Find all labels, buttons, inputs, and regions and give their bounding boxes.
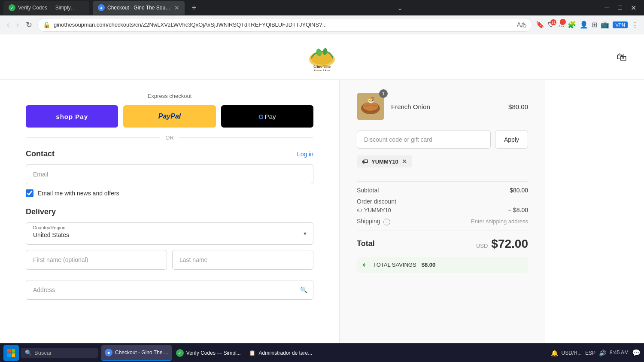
first-name-field[interactable] [26, 250, 167, 270]
newsletter-label: Email me with news and offers [38, 190, 119, 197]
contact-title: Contact [26, 149, 55, 158]
apply-discount-button[interactable]: Apply [495, 131, 528, 149]
order-discount-label: Order discount [357, 198, 396, 205]
country-select-wrapper: Country/Region United States [26, 222, 313, 245]
taskbar-item-admin[interactable]: 📋 Administrador de tare... [245, 345, 316, 361]
taskbar-chat-icon[interactable]: 💬 [632, 349, 641, 357]
taskbar-search[interactable]: 🔍 Buscar [21, 348, 98, 358]
svg-text:Soup Man: Soup Man [314, 69, 330, 71]
discount-input[interactable] [357, 131, 491, 149]
discount-row: Apply [357, 131, 528, 149]
gpay-label: G Pay [258, 113, 276, 120]
savings-icon: 🏷 [363, 261, 370, 269]
window-controls: ─ □ ✕ [600, 2, 641, 14]
profile-icon[interactable]: 👤 [580, 21, 588, 29]
svg-rect-14 [12, 353, 15, 357]
store-logo: Gino The Soup Man [303, 43, 341, 71]
taskbar-currency: USD/R... [562, 350, 582, 356]
badge-1: 11 [550, 19, 556, 25]
translate-icon[interactable]: Aあ [517, 21, 527, 29]
shipping-label: Shipping i [357, 218, 390, 225]
email-field[interactable] [26, 164, 313, 184]
total-value: $72.00 [491, 237, 528, 251]
extension-icon-1[interactable]: 🛡 11 [548, 21, 555, 29]
svg-rect-11 [7, 349, 11, 353]
forward-button[interactable]: › [15, 18, 21, 31]
taskbar-item-checkout[interactable]: ● Checkout - Gino The ... [101, 345, 172, 361]
checkout-favicon: ● [98, 4, 105, 11]
coupon-tag: 🏷 YUMMY10 ✕ [357, 155, 412, 167]
svg-text:Gino The: Gino The [313, 64, 331, 69]
shipping-info-icon[interactable]: i [383, 219, 390, 225]
product-image-wrapper: 🍜 1 [357, 93, 384, 120]
minimize-button[interactable]: ─ [600, 2, 614, 13]
back-button[interactable]: ‹ [5, 18, 11, 31]
start-button[interactable] [3, 345, 19, 361]
checkout-tab-title: Checkout - Gino The Soup Man [107, 5, 172, 11]
taskbar-items: ● Checkout - Gino The ... ✓ Verify Codes… [101, 345, 316, 361]
express-checkout-section: Express checkout shop Pay PayPal G Pay [26, 93, 313, 141]
maximize-button[interactable]: □ [614, 2, 626, 13]
log-in-link[interactable]: Log in [297, 151, 313, 158]
taskbar-admin-icon: 📋 [249, 349, 256, 357]
total-currency: USD [476, 243, 488, 249]
savings-label: TOTAL SAVINGS [373, 262, 416, 268]
address-field[interactable] [26, 280, 313, 300]
screen-share-icon[interactable]: 📺 [601, 21, 609, 29]
cart-icon[interactable]: 🛍 [617, 51, 627, 63]
gpay-button[interactable]: G Pay [221, 105, 313, 128]
tab-checkout[interactable]: ● Checkout - Gino The Soup Man ✕ [93, 1, 185, 15]
summary-divider-2 [357, 231, 528, 231]
taskbar-sound-icon[interactable]: 🔊 [599, 350, 606, 356]
menu-icon[interactable]: ⋮ [631, 20, 639, 30]
remove-coupon-button[interactable]: ✕ [402, 158, 407, 165]
tab-overflow-icon[interactable]: ⌄ [397, 4, 403, 12]
browser-frame: ✓ Verify Codes — SimplyCodes ● Checkout … [0, 0, 644, 362]
address-bar[interactable]: 🔒 ginothesoupman.com/checkouts/cn/Z2NwLX… [37, 18, 532, 32]
left-panel: Express checkout shop Pay PayPal G Pay [0, 80, 339, 343]
paypal-button[interactable]: PayPal [123, 105, 216, 128]
taskbar-item-verifycodes[interactable]: ✓ Verify Codes — Simpl... [173, 345, 244, 361]
new-tab-button[interactable]: + [188, 3, 200, 13]
discount-amount: − $8.00 [508, 207, 528, 213]
or-divider: OR [26, 134, 313, 141]
windows-logo [7, 349, 15, 357]
summary-divider-1 [357, 181, 528, 182]
discount-code-label: YUMMY10 [364, 207, 391, 213]
close-window-button[interactable]: ✕ [626, 2, 641, 14]
sidebar-icon[interactable]: ⊞ [592, 21, 597, 29]
delivery-title: Delivery [26, 207, 56, 216]
shop-pay-button[interactable]: shop Pay [26, 105, 118, 128]
store-header: Gino The Soup Man 🛍 [0, 34, 644, 80]
tab-close-icon[interactable]: ✕ [174, 4, 179, 11]
subtotal-value: $80.00 [510, 187, 528, 194]
delivery-header: Delivery [26, 207, 313, 216]
tab-simpycodes[interactable]: ✓ Verify Codes — SimplyCodes [3, 1, 89, 15]
extension-icon-2[interactable]: ⚠ 1 [558, 21, 564, 29]
bookmark-icon[interactable]: 🔖 [536, 21, 544, 29]
last-name-field[interactable] [172, 250, 313, 270]
coupon-tag-icon: 🏷 [362, 158, 368, 165]
newsletter-checkbox[interactable] [26, 189, 33, 197]
or-text: OR [165, 134, 174, 141]
product-img-svg: 🍜 [357, 93, 384, 120]
shop-pay-label: shop Pay [56, 113, 88, 120]
nav-right-icons: 🔖 🛡 11 ⚠ 1 🧩 👤 ⊞ 📺 VPN ⋮ [536, 20, 639, 30]
taskbar-notification-icon[interactable]: 🔔 [551, 350, 558, 356]
search-label: Buscar [34, 350, 52, 356]
reload-button[interactable]: ↻ [24, 18, 34, 31]
taskbar-verifycodes-icon: ✓ [176, 349, 184, 357]
extensions-icon[interactable]: 🧩 [568, 21, 576, 29]
discount-code-row: 🏷 YUMMY10 − $8.00 [357, 207, 528, 213]
product-row: 🍜 1 French Onion $80.00 [357, 93, 528, 120]
savings-row: 🏷 TOTAL SAVINGS $8.00 [357, 257, 528, 273]
country-select[interactable]: United States [26, 222, 313, 245]
vpn-badge[interactable]: VPN [613, 21, 628, 28]
svg-text:🍜: 🍜 [367, 97, 375, 104]
total-label: Total [357, 239, 375, 248]
badge-2: 1 [560, 19, 566, 25]
right-panel: 🍜 1 French Onion $80.00 Apply 🏷 [339, 80, 545, 343]
simpycodes-tab-title: Verify Codes — SimplyCodes [18, 5, 78, 11]
page-content: Gino The Soup Man 🛍 Express checkout sho… [0, 34, 644, 343]
product-image: 🍜 [357, 93, 384, 120]
